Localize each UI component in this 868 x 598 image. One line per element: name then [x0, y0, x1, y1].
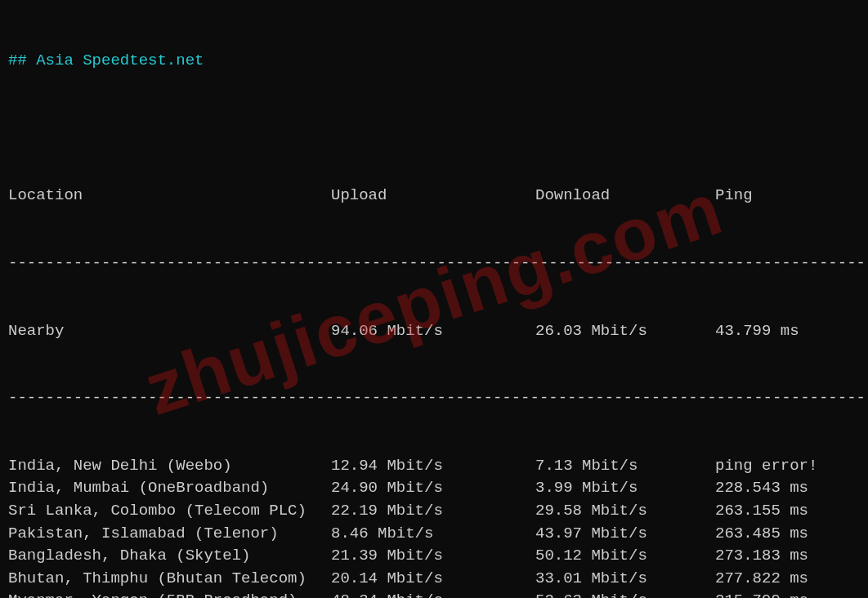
- cell-upload: 24.90 Mbit/s: [331, 477, 535, 500]
- table-row: Pakistan, Islamabad (Telenor)8.46 Mbit/s…: [8, 523, 860, 546]
- cell-download: 52.63 Mbit/s: [535, 590, 715, 598]
- cell-location: Bangladesh, Dhaka (Skytel): [8, 545, 331, 568]
- cell-location: Bhutan, Thimphu (Bhutan Telecom): [8, 568, 331, 591]
- nearby-row: Nearby 94.06 Mbit/s 26.03 Mbit/s 43.799 …: [8, 320, 860, 343]
- header-ping: Ping: [715, 185, 860, 208]
- cell-location: India, Mumbai (OneBroadband): [8, 477, 331, 500]
- nearby-ping: 43.799 ms: [715, 320, 860, 343]
- cell-upload: 20.14 Mbit/s: [331, 568, 535, 591]
- table-row: India, Mumbai (OneBroadband)24.90 Mbit/s…: [8, 477, 860, 500]
- cell-upload: 22.19 Mbit/s: [331, 500, 535, 523]
- divider-line: ----------------------------------------…: [8, 252, 860, 275]
- cell-ping: ping error!: [715, 455, 860, 478]
- cell-location: India, New Delhi (Weebo): [8, 455, 331, 478]
- header-download: Download: [535, 185, 715, 208]
- blank-line: [8, 118, 860, 141]
- table-row: Bangladesh, Dhaka (Skytel)21.39 Mbit/s50…: [8, 545, 860, 568]
- table-row: Myanmar, Yangon (5BB Broadband)48.34 Mbi…: [8, 590, 860, 598]
- terminal-output: ## Asia Speedtest.net Location Upload Do…: [0, 0, 868, 598]
- nearby-location: Nearby: [8, 320, 331, 343]
- header-location: Location: [8, 185, 331, 208]
- nearby-download: 26.03 Mbit/s: [535, 320, 715, 343]
- cell-ping: 277.822 ms: [715, 568, 860, 591]
- cell-upload: 21.39 Mbit/s: [331, 545, 535, 568]
- cell-download: 43.97 Mbit/s: [535, 523, 715, 546]
- table-row: Sri Lanka, Colombo (Telecom PLC)22.19 Mb…: [8, 500, 860, 523]
- cell-location: Pakistan, Islamabad (Telenor): [8, 523, 331, 546]
- section-title: ## Asia Speedtest.net: [8, 50, 860, 73]
- table-row: India, New Delhi (Weebo)12.94 Mbit/s7.13…: [8, 455, 860, 478]
- nearby-upload: 94.06 Mbit/s: [331, 320, 535, 343]
- cell-download: 33.01 Mbit/s: [535, 568, 715, 591]
- results-body: India, New Delhi (Weebo)12.94 Mbit/s7.13…: [8, 455, 860, 598]
- header-upload: Upload: [331, 185, 535, 208]
- table-row: Bhutan, Thimphu (Bhutan Telecom)20.14 Mb…: [8, 568, 860, 591]
- divider-line: ----------------------------------------…: [8, 387, 860, 410]
- cell-upload: 8.46 Mbit/s: [331, 523, 535, 546]
- cell-location: Myanmar, Yangon (5BB Broadband): [8, 590, 331, 598]
- cell-upload: 48.34 Mbit/s: [331, 590, 535, 598]
- cell-download: 7.13 Mbit/s: [535, 455, 715, 478]
- cell-download: 50.12 Mbit/s: [535, 545, 715, 568]
- cell-ping: 215.799 ms: [715, 590, 860, 598]
- cell-ping: 263.485 ms: [715, 523, 860, 546]
- cell-upload: 12.94 Mbit/s: [331, 455, 535, 478]
- cell-download: 29.58 Mbit/s: [535, 500, 715, 523]
- cell-download: 3.99 Mbit/s: [535, 477, 715, 500]
- header-row: Location Upload Download Ping: [8, 185, 860, 208]
- cell-ping: 263.155 ms: [715, 500, 860, 523]
- cell-ping: 273.183 ms: [715, 545, 860, 568]
- cell-ping: 228.543 ms: [715, 477, 860, 500]
- cell-location: Sri Lanka, Colombo (Telecom PLC): [8, 500, 331, 523]
